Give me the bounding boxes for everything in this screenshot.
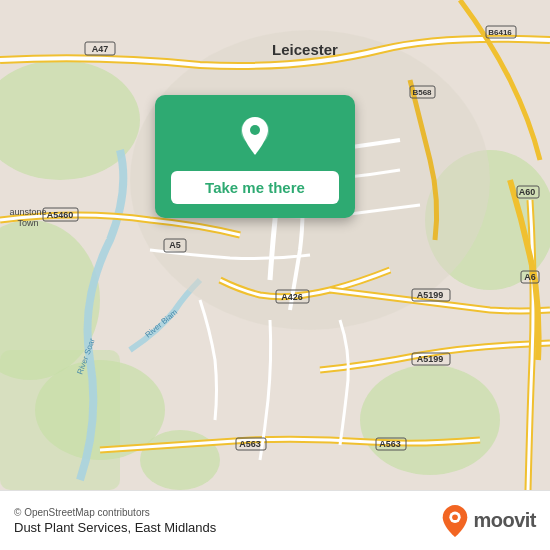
svg-text:A426: A426 xyxy=(281,292,303,302)
svg-point-4 xyxy=(360,365,500,475)
take-me-there-button[interactable]: Take me there xyxy=(171,171,339,204)
bottom-left-info: © OpenStreetMap contributors Dust Plant … xyxy=(14,507,216,535)
location-card: Take me there xyxy=(155,95,355,218)
svg-point-42 xyxy=(453,514,459,520)
svg-text:A60: A60 xyxy=(519,187,536,197)
svg-text:Town: Town xyxy=(17,218,38,228)
map-container: Leicester aunstone Town A47 B6416 A5460 … xyxy=(0,0,550,490)
moovit-pin-icon xyxy=(441,504,469,538)
bottom-bar: © OpenStreetMap contributors Dust Plant … xyxy=(0,490,550,550)
moovit-label: moovit xyxy=(473,509,536,532)
moovit-logo: moovit xyxy=(441,504,536,538)
svg-text:Leicester: Leicester xyxy=(272,41,338,58)
svg-text:A563: A563 xyxy=(239,439,261,449)
svg-text:A5199: A5199 xyxy=(417,290,444,300)
svg-point-6 xyxy=(140,430,220,490)
svg-rect-7 xyxy=(0,350,120,490)
map-svg: Leicester aunstone Town A47 B6416 A5460 … xyxy=(0,0,550,490)
svg-text:aunstone: aunstone xyxy=(9,207,46,217)
osm-credit: © OpenStreetMap contributors xyxy=(14,507,216,518)
svg-text:A563: A563 xyxy=(379,439,401,449)
svg-point-40 xyxy=(250,125,260,135)
location-pin-icon xyxy=(232,113,278,159)
svg-text:A5199: A5199 xyxy=(417,354,444,364)
svg-text:A5: A5 xyxy=(169,240,181,250)
svg-text:B6416: B6416 xyxy=(488,28,512,37)
svg-text:A5460: A5460 xyxy=(47,210,74,220)
svg-text:B568: B568 xyxy=(412,88,432,97)
location-label: Dust Plant Services, East Midlands xyxy=(14,520,216,535)
svg-text:A6: A6 xyxy=(524,272,536,282)
svg-text:A47: A47 xyxy=(92,44,109,54)
